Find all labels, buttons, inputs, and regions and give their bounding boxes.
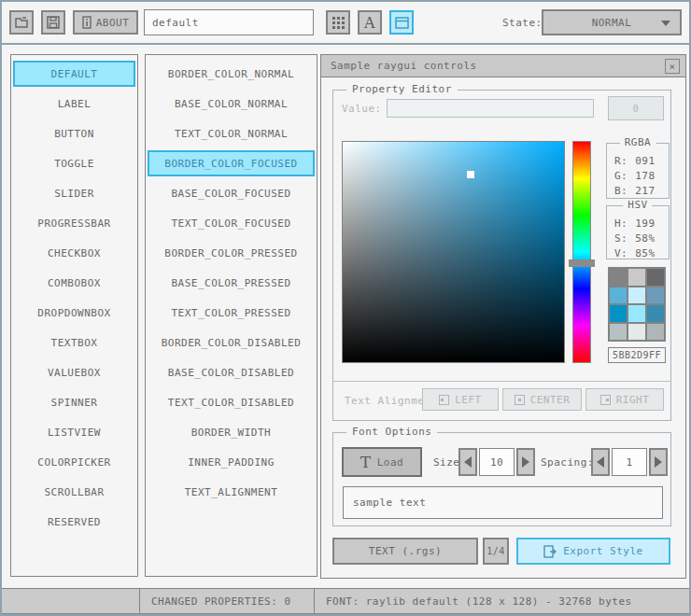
hue-slider[interactable] (572, 141, 591, 363)
palette-swatch-text_color_disabled[interactable] (647, 324, 664, 341)
prop-item-border_color_focused[interactable]: BORDER_COLOR_FOCUSED (148, 150, 315, 176)
palette-swatch-base_color_disabled[interactable] (628, 324, 645, 341)
s-label: S: (614, 232, 628, 245)
list-item-colorpicker[interactable]: COLORPICKER (13, 449, 135, 475)
align-center-button[interactable]: CENTER (502, 388, 582, 411)
hue-slider-handle[interactable] (569, 259, 595, 267)
prop-item-text_color_pressed[interactable]: TEXT_COLOR_PRESSED (148, 300, 315, 326)
style-table-view-button[interactable] (326, 10, 350, 35)
list-item-toggle[interactable]: TOGGLE (13, 150, 135, 176)
prop-item-border_color_disabled[interactable]: BORDER_COLOR_DISABLED (148, 329, 315, 356)
list-item-progressbar[interactable]: PROGRESSBAR (13, 210, 135, 236)
align-left-button[interactable]: LEFT (422, 388, 499, 411)
list-item-dropdownbox[interactable]: DROPDOWNBOX (13, 300, 135, 326)
prop-item-inner_padding[interactable]: INNER_PADDING (148, 449, 315, 475)
arrow-left-icon (597, 456, 604, 468)
palette-swatch-border_color_normal[interactable] (610, 269, 627, 286)
status-bar: CHANGED PROPERTIES: 0 FONT: raylib defau… (2, 588, 689, 614)
list-item-reserved[interactable]: RESERVED (13, 509, 135, 535)
save-file-button[interactable] (41, 10, 65, 35)
state-dropdown[interactable]: NORMAL (542, 9, 682, 35)
export-style-button[interactable]: Export Style (516, 538, 670, 565)
r-label: R: (614, 155, 628, 167)
g-value: 178 (635, 170, 655, 182)
spacing-increase-button[interactable] (649, 448, 668, 476)
list-item-button[interactable]: BUTTON (13, 120, 135, 147)
status-changed-properties: CHANGED PROPERTIES: 0 (140, 589, 315, 613)
palette-swatch-text_color_pressed[interactable] (647, 305, 664, 322)
list-item-label[interactable]: LABEL (13, 91, 135, 117)
arrow-right-icon (522, 456, 529, 468)
style-color-palette (608, 267, 666, 342)
h-label: H: (614, 217, 628, 230)
hsv-row-s: S:58% (614, 231, 669, 245)
style-name-input[interactable] (144, 9, 314, 35)
list-item-combobox[interactable]: COMBOBOX (13, 270, 135, 296)
prop-item-text_color_focused[interactable]: TEXT_COLOR_FOCUSED (148, 210, 315, 236)
prop-item-border_width[interactable]: BORDER_WIDTH (148, 419, 315, 445)
font-view-button[interactable]: A (358, 10, 382, 35)
palette-swatch-border_color_pressed[interactable] (610, 305, 627, 322)
window-titlebar[interactable]: Sample raygui controls (321, 55, 685, 77)
export-format-button[interactable]: TEXT (.rgs) (332, 538, 478, 565)
value-input[interactable] (387, 99, 594, 118)
prop-item-text_color_normal[interactable]: TEXT_COLOR_NORMAL (148, 120, 315, 147)
value-apply-button-label: 0 (633, 104, 640, 114)
state-label: State: (502, 17, 543, 29)
color-saturation-value-panel[interactable] (342, 141, 565, 363)
about-button[interactable]: ABOUT (73, 10, 138, 35)
size-decrease-button[interactable] (458, 448, 477, 476)
palette-swatch-base_color_normal[interactable] (628, 269, 645, 286)
palette-swatch-border_color_focused[interactable] (610, 287, 627, 304)
list-item-scrollbar[interactable]: SCROLLBAR (13, 479, 135, 505)
grid-icon (332, 17, 345, 29)
close-icon: × (669, 61, 675, 73)
size-value-text: 10 (490, 456, 503, 469)
font-options-group-label: Font Options (346, 426, 437, 438)
prop-item-base_color_focused[interactable]: BASE_COLOR_FOCUSED (148, 180, 315, 206)
properties-listview: BORDER_COLOR_NORMALBASE_COLOR_NORMALTEXT… (145, 54, 317, 577)
palette-swatch-text_color_normal[interactable] (647, 269, 664, 286)
open-file-button[interactable] (9, 10, 34, 35)
controls-view-button[interactable] (389, 10, 414, 35)
spacing-decrease-button[interactable] (591, 448, 610, 476)
g-label: G: (614, 170, 628, 182)
list-item-checkbox[interactable]: CHECKBOX (13, 240, 135, 266)
load-font-button[interactable]: T Load (342, 447, 422, 477)
format-pager-button[interactable]: 1/4 (483, 538, 509, 565)
spacing-value[interactable]: 1 (612, 448, 647, 476)
list-item-textbox[interactable]: TEXTBOX (13, 329, 135, 356)
list-item-slider[interactable]: SLIDER (13, 180, 135, 206)
list-item-spinner[interactable]: SPINNER (13, 389, 135, 415)
prop-item-text_color_disabled[interactable]: TEXT_COLOR_DISABLED (148, 389, 315, 415)
prop-item-border_color_pressed[interactable]: BORDER_COLOR_PRESSED (148, 240, 315, 266)
prop-item-base_color_normal[interactable]: BASE_COLOR_NORMAL (148, 91, 315, 117)
palette-swatch-border_color_disabled[interactable] (610, 324, 627, 341)
value-apply-button[interactable]: 0 (608, 96, 664, 120)
window-close-button[interactable]: × (665, 59, 680, 74)
sample-text-box[interactable]: sample text (343, 486, 663, 519)
font-info-text: FONT: raylib default (128 x 128) - 32768… (326, 595, 632, 608)
arrow-right-icon (655, 456, 662, 468)
list-item-default[interactable]: DEFAULT (13, 61, 135, 87)
prop-item-base_color_disabled[interactable]: BASE_COLOR_DISABLED (148, 359, 315, 385)
list-item-valuebox[interactable]: VALUEBOX (13, 359, 135, 385)
hsv-row-v: V:85% (614, 245, 669, 260)
palette-swatch-text_color_focused[interactable] (647, 287, 664, 304)
hsv-row-h: H:199 (614, 216, 669, 231)
s-value: 58% (635, 232, 655, 245)
prop-item-text_alignment[interactable]: TEXT_ALIGNMENT (148, 479, 315, 505)
size-increase-button[interactable] (516, 448, 535, 476)
palette-swatch-base_color_pressed[interactable] (628, 305, 645, 322)
prop-item-border_color_normal[interactable]: BORDER_COLOR_NORMAL (148, 61, 315, 87)
hex-color-value[interactable]: 5BB2D9FF (608, 347, 666, 363)
size-value[interactable]: 10 (479, 448, 515, 476)
palette-swatch-base_color_focused[interactable] (628, 287, 645, 304)
align-right-icon (600, 395, 611, 405)
list-item-listview[interactable]: LISTVIEW (13, 419, 135, 445)
align-right-label: RIGHT (616, 394, 650, 406)
color-selector-cursor[interactable] (467, 171, 474, 178)
prop-item-base_color_pressed[interactable]: BASE_COLOR_PRESSED (148, 270, 315, 296)
align-right-button[interactable]: RIGHT (585, 388, 664, 411)
h-value: 199 (635, 217, 655, 230)
